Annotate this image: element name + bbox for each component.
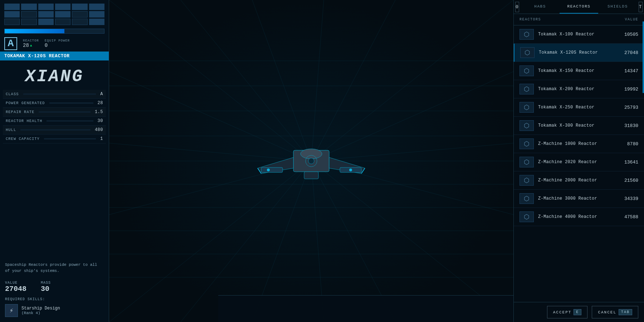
description-text: Spaceship Reactors provide power to all …	[0, 258, 109, 278]
power-bar	[4, 29, 104, 34]
reactor-item-price: 27048	[620, 50, 638, 55]
reactor-item-price: 47588	[620, 214, 638, 220]
reactor-thumbnail: ⬡	[519, 175, 534, 186]
stat-value: 480	[95, 127, 103, 132]
reactor-list-item[interactable]: ⬡ Z-Machine 1000 Reactor 8780	[514, 135, 644, 153]
bar-cell	[21, 4, 36, 10]
bottom-stats-bar	[218, 295, 513, 322]
bar-cell	[4, 4, 20, 10]
reactor-thumbnail: ⬡	[519, 84, 534, 94]
right-panel: 0HABSREACTORSSHIELDST REACTORS VALUE ⬡ T…	[513, 0, 644, 322]
mass-amount: 30	[41, 285, 51, 293]
stat-row: POWER GENERATED 28	[3, 99, 106, 108]
stat-label: REPAIR RATE	[6, 110, 34, 114]
bar-cell	[89, 4, 104, 10]
cancel-label: CANCEL	[598, 310, 616, 314]
reactors-column-header: REACTORS VALUE	[514, 14, 644, 25]
reactor-thumbnail: ⬡	[520, 47, 535, 58]
reactor-list-item[interactable]: ⬡ Tokamak X-250 Reactor 25793	[514, 98, 644, 117]
required-skills-label: REQUIRED SKILLS:	[0, 296, 109, 303]
top-bars	[0, 0, 109, 29]
ship-name: XIANG	[25, 67, 84, 86]
tab-reactors[interactable]: REACTORS	[560, 0, 598, 14]
tab-circle-btn[interactable]: T	[639, 2, 643, 12]
mass-label: MASS	[41, 281, 51, 285]
reactor-list-item[interactable]: ⬡ Tokamak X-300 Reactor 31830	[514, 117, 644, 135]
cancel-button[interactable]: CANCEL TAB	[592, 306, 638, 318]
power-bar-fill	[5, 29, 64, 33]
reactor-list-item[interactable]: ⬡ Tokamak X-150 Reactor 14347	[514, 62, 644, 80]
reactor-item-name: Tokamak X-150 Reactor	[538, 68, 616, 73]
reactor-item-name: Z-Machine 3000 Reactor	[538, 196, 616, 201]
accept-button[interactable]: ACCEPT E	[547, 306, 588, 318]
stat-value: 1.5	[95, 109, 103, 114]
reactor-thumbnail: ⬡	[519, 102, 534, 113]
skill-name: Starship Design	[21, 306, 60, 311]
bar-cell	[21, 19, 36, 25]
bar-cell	[4, 11, 20, 18]
mass-col: MASS 30	[41, 281, 51, 293]
reactor-list-item[interactable]: ⬡ Tokamak X-120S Reactor 27048	[514, 44, 644, 62]
reactor-list-item[interactable]: ⬡ Z-Machine 3000 Reactor 34339	[514, 190, 644, 208]
skill-icon: ⚡	[5, 304, 18, 317]
bar-group-1	[4, 4, 20, 26]
center-view: VENDOR CREDITS 72000 ◎ YOUR CREDITS 9167…	[109, 0, 513, 322]
reactor-list-item[interactable]: ⬡ Z-Machine 2000 Reactor 21560	[514, 171, 644, 190]
reactor-item-price: 25793	[620, 105, 638, 110]
stat-bar	[44, 138, 96, 140]
skill-row: ⚡ Starship Design (Rank 4)	[0, 303, 109, 322]
reactor-thumbnail: ⬡	[519, 120, 534, 131]
reactor-list-item[interactable]: ⬡ Z-Machine 2020 Reactor 13641	[514, 153, 644, 171]
reactor-list[interactable]: ⬡ Tokamak X-100 Reactor 10505 ⬡ Tokamak …	[514, 25, 644, 302]
bar-cell	[72, 19, 87, 25]
stat-label: CLASS	[6, 92, 19, 96]
reactor-thumbnail: ⬡	[519, 65, 534, 76]
reactor-item-name: Tokamak X-300 Reactor	[538, 123, 616, 128]
skill-rank: (Rank 4)	[21, 311, 60, 315]
svg-point-35	[267, 169, 270, 171]
tab-shields[interactable]: SHIELDS	[598, 0, 637, 14]
bar-group-2	[21, 4, 36, 26]
stat-label: POWER GENERATED	[6, 101, 45, 105]
bar-cell	[55, 19, 70, 25]
bar-cell	[89, 11, 104, 18]
reactor-item-name: Z-Machine 2000 Reactor	[538, 178, 616, 183]
reactor-thumbnail: ⬡	[519, 211, 534, 222]
bar-cell	[4, 19, 20, 25]
reactor-item-name: Z-Machine 1000 Reactor	[538, 141, 616, 146]
stat-value: A	[100, 92, 103, 97]
tab-circle-btn[interactable]: 0	[515, 2, 519, 12]
bar-cell	[89, 19, 104, 25]
reactor-info-row: A REACTOR 28 ▲ EQUIP POWER 0	[0, 36, 109, 52]
stat-bar	[47, 120, 93, 122]
bar-group-5	[72, 4, 87, 26]
tab-bar[interactable]: 0HABSREACTORSSHIELDST	[514, 0, 644, 14]
reactor-thumbnail: ⬡	[519, 193, 534, 204]
svg-point-29	[301, 149, 322, 159]
reactor-item-name: Z-Machine 4000 Reactor	[538, 214, 616, 219]
reactor-item-name: Tokamak X-120S Reactor	[539, 50, 616, 55]
value-col: VALUE 27048	[5, 281, 26, 293]
col-value-label: VALUE	[625, 18, 638, 21]
reactor-list-item[interactable]: ⬡ Z-Machine 4000 Reactor 47588	[514, 208, 644, 226]
tab-habs[interactable]: HABS	[521, 0, 559, 14]
bar-group-6	[89, 4, 104, 26]
stat-value: 28	[98, 101, 103, 106]
bar-cell	[38, 4, 54, 10]
svg-rect-32	[261, 167, 283, 172]
stats-table: CLASS A POWER GENERATED 28 REPAIR RATE 1…	[0, 90, 109, 258]
svg-point-36	[349, 169, 352, 171]
stat-bar	[39, 111, 91, 113]
stat-bar	[49, 102, 93, 104]
reactor-list-item[interactable]: ⬡ Tokamak X-200 Reactor 19992	[514, 80, 644, 98]
reactor-item-name: Tokamak X-200 Reactor	[538, 87, 616, 92]
credits-header: VENDOR CREDITS 72000 ◎ YOUR CREDITS 9167…	[218, 0, 513, 6]
reactor-thumbnail: ⬡	[519, 29, 534, 40]
power-bar-container	[0, 29, 109, 36]
reactor-list-item[interactable]: ⬡ Tokamak X-100 Reactor 10505	[514, 25, 644, 44]
reactor-item-price: 21560	[620, 178, 638, 183]
bar-cell	[72, 4, 87, 10]
bar-group-3	[38, 4, 54, 26]
value-label: VALUE	[5, 281, 26, 285]
reactor-item-price: 8780	[620, 141, 638, 147]
